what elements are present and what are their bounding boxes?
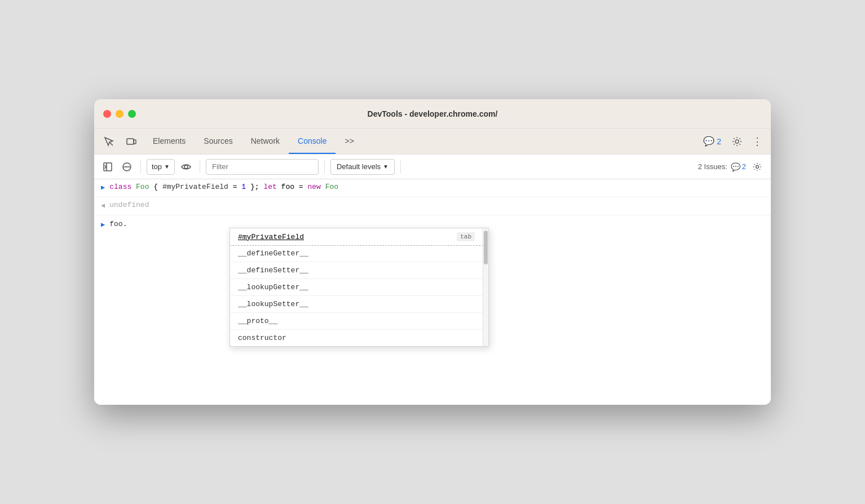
badge-count: 2 [717, 137, 721, 146]
eye-icon-button[interactable] [178, 159, 194, 175]
autocomplete-item-constructor[interactable]: constructor [230, 330, 483, 346]
issues-count-button[interactable]: 💬 2 [731, 162, 746, 171]
tab-sources[interactable]: Sources [195, 129, 241, 154]
autocomplete-item-define-getter[interactable]: __defineGetter__ [230, 245, 483, 262]
output-arrow-2: ◀ [101, 201, 105, 210]
log-levels-button[interactable]: Default levels ▼ [330, 159, 395, 175]
settings-icon-button[interactable] [728, 132, 746, 151]
more-options-icon[interactable]: ⋮ [748, 132, 766, 151]
minimize-button[interactable] [116, 110, 123, 118]
console-line-1: ▶ class Foo { #myPrivateField = 1 }; let… [94, 179, 771, 197]
svg-point-3 [735, 140, 739, 143]
svg-point-9 [756, 165, 759, 168]
svg-rect-2 [134, 140, 136, 144]
issues-chat-icon: 💬 [731, 162, 740, 171]
console-output-2: undefined [109, 201, 764, 209]
console-code-1: class Foo { #myPrivateField = 1 }; let f… [109, 183, 764, 191]
toolbar-divider-4 [400, 161, 401, 173]
tabs-right-actions: 💬 2 ⋮ [699, 129, 766, 154]
devtools-window: DevTools - developer.chrome.com/ Element… [94, 99, 771, 405]
issues-label: 2 Issues: [698, 162, 727, 171]
svg-line-0 [109, 142, 113, 145]
svg-rect-4 [104, 163, 112, 171]
autocomplete-list: #myPrivateField tab __defineGetter__ __d… [230, 228, 483, 346]
window-controls [103, 110, 136, 118]
input-arrow-1: ▶ [101, 183, 105, 192]
autocomplete-item-lookup-getter[interactable]: __lookupGetter__ [230, 279, 483, 296]
tab-network[interactable]: Network [242, 129, 289, 154]
autocomplete-item-proto[interactable]: __proto__ [230, 313, 483, 330]
execution-context-selector[interactable]: top ▼ [147, 159, 175, 175]
svg-point-8 [184, 165, 188, 169]
issues-badge-button[interactable]: 💬 2 [699, 132, 726, 151]
levels-chevron-icon: ▼ [383, 163, 389, 170]
toolbar-divider-2 [200, 161, 200, 173]
autocomplete-item-lookup-setter[interactable]: __lookupSetter__ [230, 296, 483, 313]
clear-console-button[interactable] [119, 159, 135, 175]
tab-more[interactable]: >> [336, 129, 363, 154]
autocomplete-item-private-field[interactable]: #myPrivateField tab [230, 228, 483, 246]
maximize-button[interactable] [128, 110, 136, 118]
tabs-bar: Elements Sources Network Console >> 💬 2 [94, 129, 771, 154]
svg-rect-1 [127, 139, 134, 144]
issues-section: 2 Issues: 💬 2 [698, 159, 765, 175]
console-output: ▶ class Foo { #myPrivateField = 1 }; let… [94, 179, 771, 405]
autocomplete-item-define-setter[interactable]: __defineSetter__ [230, 262, 483, 279]
chat-icon: 💬 [703, 136, 714, 147]
window-title: DevTools - developer.chrome.com/ [368, 109, 498, 118]
titlebar: DevTools - developer.chrome.com/ [94, 99, 771, 129]
toolbar-divider-3 [324, 161, 325, 173]
console-input-line: ▶ foo. #myPrivateField tab __defineGette… [94, 215, 771, 347]
console-settings-button[interactable] [749, 159, 765, 175]
chevron-down-icon: ▼ [164, 163, 170, 170]
console-input-text[interactable]: foo. [109, 220, 127, 228]
tab-console[interactable]: Console [289, 129, 336, 154]
tab-elements[interactable]: Elements [144, 129, 195, 154]
inspect-element-icon[interactable] [99, 129, 119, 154]
console-toolbar: top ▼ Default levels ▼ 2 Issues: 💬 2 [94, 154, 771, 179]
input-arrow-3: ▶ [101, 220, 105, 229]
issues-count: 2 [742, 162, 746, 171]
sidebar-toggle-button[interactable] [100, 159, 116, 175]
scrollbar-thumb [484, 231, 488, 264]
close-button[interactable] [103, 110, 111, 118]
autocomplete-scrollbar[interactable] [483, 228, 488, 346]
filter-input[interactable] [206, 159, 319, 175]
console-line-2: ◀ undefined [94, 197, 771, 215]
device-toggle-icon[interactable] [121, 129, 142, 154]
autocomplete-dropdown: #myPrivateField tab __defineGetter__ __d… [230, 228, 489, 347]
toolbar-divider-1 [140, 161, 141, 173]
